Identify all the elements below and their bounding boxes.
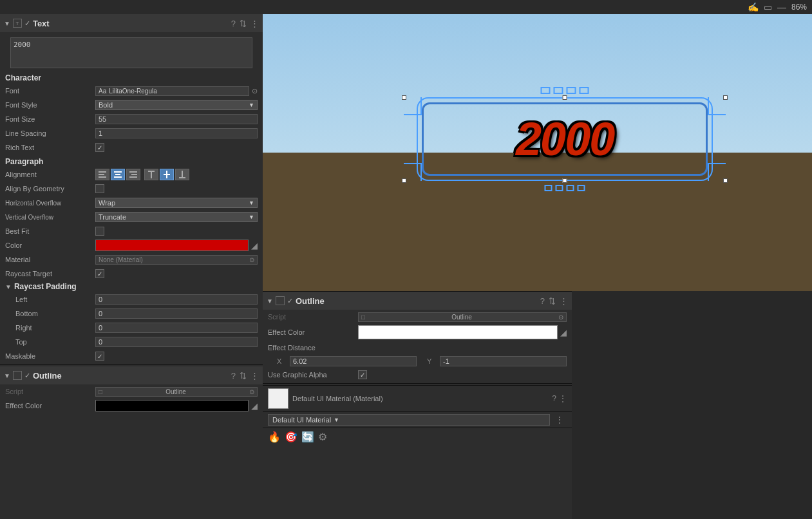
padding-left-input[interactable]: [95, 294, 258, 305]
align-bottom-btn[interactable]: [175, 169, 189, 180]
best-fit-label: Best Fit: [5, 227, 95, 235]
outline-preset-icon[interactable]: ⇅: [240, 371, 247, 381]
outline-effect-color-swatch-right[interactable]: [358, 325, 558, 339]
outline-right-help-icon[interactable]: ?: [540, 296, 545, 306]
font-size-input[interactable]: 55: [95, 114, 258, 124]
text-component-check[interactable]: ✓: [24, 19, 30, 28]
screen-icon[interactable]: ▭: [764, 2, 772, 12]
horizontal-overflow-label: Horizontal Overflow: [5, 200, 95, 207]
mat-more-button[interactable]: ⋮: [552, 413, 567, 426]
outline-right-preset-icon[interactable]: ⇅: [549, 296, 556, 306]
cut-tl: [404, 97, 422, 115]
handle-bl[interactable]: [402, 178, 406, 183]
hand-icon[interactable]: ✍: [748, 2, 759, 12]
svg-rect-6: [129, 171, 137, 173]
outline-script-field-bottom[interactable]: □ Outline ⊙: [95, 387, 258, 397]
material-header-icons: ? ⋮: [552, 394, 567, 403]
more-icon[interactable]: ⋮: [250, 19, 259, 28]
font-target-icon[interactable]: ⊙: [252, 87, 258, 95]
collapse-arrow[interactable]: ▼: [4, 20, 10, 27]
outline-eyedropper-right[interactable]: ◢: [560, 328, 567, 337]
align-by-geometry-checkbox[interactable]: [95, 184, 104, 193]
handle-bm[interactable]: [563, 178, 567, 183]
toolbar-icon-4[interactable]: ⚙: [318, 431, 327, 443]
color-row: Color ◢: [0, 238, 263, 252]
text-value-input[interactable]: 2000: [10, 37, 252, 68]
default-ui-material-dropdown[interactable]: Default UI Material ▼: [268, 414, 550, 426]
rich-text-label: Rich Text: [5, 144, 95, 151]
scene-viewport: 2000: [263, 14, 812, 291]
tick-marks-top: [541, 87, 589, 94]
x-input[interactable]: [290, 356, 417, 366]
toolbar-icon-3[interactable]: 🔄: [301, 431, 314, 443]
handle-tl[interactable]: [402, 95, 406, 100]
color-swatch[interactable]: [95, 240, 249, 251]
toolbar-icon-2[interactable]: 🎯: [285, 431, 297, 443]
outline-more-icon[interactable]: ⋮: [250, 371, 259, 381]
material-row: Material None (Material) ⊙: [0, 252, 263, 267]
material-help-icon[interactable]: ?: [552, 394, 556, 403]
padding-bottom-input[interactable]: [95, 308, 258, 319]
outline-script-label-bottom: Script: [5, 388, 95, 395]
vertical-overflow-dropdown[interactable]: Truncate ▼: [95, 212, 258, 222]
minimize-icon[interactable]: ―: [777, 2, 786, 12]
padding-top-input[interactable]: [95, 337, 258, 347]
color-label: Color: [5, 241, 95, 249]
horizontal-overflow-dropdown[interactable]: Wrap ▼: [95, 198, 258, 208]
outline-right-arrow[interactable]: ▼: [267, 297, 273, 305]
align-top-btn[interactable]: [144, 169, 158, 180]
scene-ui-container: 2000: [404, 97, 726, 181]
handle-tr[interactable]: [723, 95, 728, 100]
outline-script-target-right[interactable]: ⊙: [558, 314, 563, 321]
font-field[interactable]: Aa LilitaOne-Regula: [95, 86, 249, 96]
outline-effect-color-swatch-bottom[interactable]: [95, 400, 249, 411]
outline-component-header-bottom[interactable]: ▼ ✓ Outline ? ⇅ ⋮: [0, 366, 263, 384]
outline-right-more-icon[interactable]: ⋮: [560, 296, 568, 306]
svg-rect-10: [151, 172, 152, 178]
material-target-icon[interactable]: ⊙: [249, 256, 254, 263]
best-fit-checkbox[interactable]: [95, 227, 104, 236]
font-style-dropdown[interactable]: Bold ▼: [95, 100, 258, 110]
y-label: Y: [427, 357, 436, 365]
line-spacing-row: Line Spacing: [0, 126, 263, 140]
padding-bottom-label: Bottom: [5, 310, 95, 317]
line-spacing-input[interactable]: [95, 128, 258, 138]
align-by-geometry-row: Align By Geometry: [0, 182, 263, 196]
outline-script-target-bottom[interactable]: ⊙: [249, 388, 254, 395]
text-component-header[interactable]: ▼ T ✓ Text ? ⇅ ⋮: [0, 14, 263, 32]
outline-eyedropper-bottom[interactable]: ◢: [251, 401, 258, 411]
raycast-padding-header[interactable]: ▼ Raycast Padding: [0, 281, 263, 292]
outline-script-field-right[interactable]: □ Outline ⊙: [358, 312, 567, 322]
inspector-panel: ▼ T ✓ Text ? ⇅ ⋮ 2000 Character Font Aa: [0, 14, 263, 519]
align-center-btn[interactable]: [111, 169, 125, 180]
raycast-target-checkbox[interactable]: ✓: [95, 269, 104, 278]
tick-b1: [545, 185, 552, 191]
tick-marks-bottom: [545, 185, 585, 191]
eyedropper-icon[interactable]: ◢: [251, 241, 258, 250]
outline-check[interactable]: ✓: [24, 372, 30, 380]
outline-effect-color-label-right: Effect Color: [268, 328, 358, 336]
help-icon[interactable]: ?: [231, 19, 236, 28]
padding-right-input[interactable]: [95, 323, 258, 333]
material-more-icon[interactable]: ⋮: [559, 394, 567, 403]
handle-tm[interactable]: [563, 95, 567, 100]
y-input[interactable]: [440, 356, 567, 366]
preset-icon[interactable]: ⇅: [240, 19, 247, 28]
rich-text-checkbox[interactable]: ✓: [95, 143, 104, 152]
handle-br[interactable]: [723, 178, 728, 183]
outline-help-icon[interactable]: ?: [231, 371, 236, 381]
outline-component-header-right[interactable]: ▼ ✓ Outline ? ⇅ ⋮: [263, 292, 572, 310]
outline-collapse-arrow[interactable]: ▼: [4, 372, 10, 379]
align-middle-btn[interactable]: [160, 169, 174, 180]
cut-bl: [404, 163, 422, 181]
font-size-row: Font Size 55: [0, 112, 263, 126]
material-field[interactable]: None (Material) ⊙: [95, 255, 258, 265]
outline-header-icons-bottom: ? ⇅ ⋮: [231, 371, 259, 381]
toolbar-icon-1[interactable]: 🔥: [268, 431, 281, 443]
outline-right-check[interactable]: ✓: [287, 297, 293, 305]
align-right-btn[interactable]: [126, 169, 140, 180]
maskable-checkbox[interactable]: ✓: [95, 352, 104, 361]
use-graphic-alpha-checkbox[interactable]: ✓: [358, 370, 367, 379]
tick-3: [567, 87, 576, 94]
align-left-btn[interactable]: [95, 169, 109, 180]
